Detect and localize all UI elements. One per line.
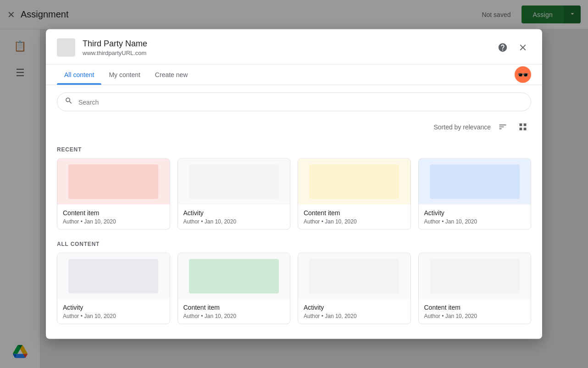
card-5-info: Activity Author • Jan 10, 2020 [57,299,170,324]
card-8-thumbnail [419,253,531,299]
card-4-thumbnail [419,159,531,205]
card-1-meta: Author • Jan 10, 2020 [63,218,164,225]
search-bar [57,93,531,112]
card-1-title: Content item [63,209,164,217]
sort-icon-button[interactable] [494,119,511,135]
modal-body: RECENT Content item Author • Jan 10, 202… [46,139,542,339]
card-5-title: Activity [63,304,164,311]
modal-logo [57,39,75,57]
sort-bar: Sorted by relevance [46,119,542,139]
card-2-thumbnail-inner [189,164,279,199]
tab-create-new[interactable]: Create new [148,65,195,85]
all-content-section-label: ALL CONTENT [57,234,531,253]
card-1-thumbnail [57,159,170,205]
card-8-meta: Author • Jan 10, 2020 [424,313,526,319]
card-7[interactable]: Activity Author • Jan 10, 2020 [298,253,411,324]
card-6-info: Content item Author • Jan 10, 2020 [178,299,290,324]
recent-cards-grid: Content item Author • Jan 10, 2020 Activ… [57,158,531,230]
card-5[interactable]: Activity Author • Jan 10, 2020 [57,253,170,324]
modal-title-group: Third Party Name www.thirdpartyURL.com [83,39,494,56]
recent-section-label: RECENT [57,139,531,158]
user-avatar[interactable]: 🕶️ [515,67,531,83]
card-2-title: Activity [183,209,285,217]
modal-tabs: All content My content Create new 🕶️ [46,65,542,85]
card-6-thumbnail-inner [189,259,279,293]
card-3-meta: Author • Jan 10, 2020 [304,218,405,225]
card-5-thumbnail [57,253,170,299]
sort-label: Sorted by relevance [57,123,491,131]
card-3-thumbnail [298,159,410,205]
card-7-meta: Author • Jan 10, 2020 [304,313,405,319]
card-3[interactable]: Content item Author • Jan 10, 2020 [298,158,411,230]
modal-header-actions [494,39,531,56]
card-7-info: Activity Author • Jan 10, 2020 [298,299,410,324]
search-icon [65,97,73,107]
card-8[interactable]: Content item Author • Jan 10, 2020 [418,253,532,324]
list-view-icon-button[interactable] [515,119,531,135]
modal-title: Third Party Name [83,39,494,49]
card-2-thumbnail [178,159,290,205]
search-input[interactable] [78,98,523,106]
modal-header: Third Party Name www.thirdpartyURL.com [46,29,542,65]
card-4-title: Activity [424,209,526,217]
all-content-section: ALL CONTENT Activity Author • Jan 10, 20… [57,234,531,324]
modal-search-area [46,85,542,119]
card-3-thumbnail-inner [309,164,399,199]
card-4-meta: Author • Jan 10, 2020 [424,218,526,225]
card-4-thumbnail-inner [430,164,520,199]
card-1[interactable]: Content item Author • Jan 10, 2020 [57,158,170,230]
card-1-info: Content item Author • Jan 10, 2020 [57,205,170,229]
card-1-thumbnail-inner [68,164,158,199]
card-2-meta: Author • Jan 10, 2020 [183,218,285,225]
help-icon[interactable] [494,39,511,56]
card-7-thumbnail [298,253,410,299]
third-party-modal: Third Party Name www.thirdpartyURL.com A… [46,29,542,339]
card-5-meta: Author • Jan 10, 2020 [63,313,164,319]
card-3-info: Content item Author • Jan 10, 2020 [298,205,410,229]
card-2-info: Activity Author • Jan 10, 2020 [178,205,290,229]
card-5-thumbnail-inner [68,259,158,293]
card-8-info: Content item Author • Jan 10, 2020 [419,299,531,324]
card-6-thumbnail [178,253,290,299]
modal-close-icon[interactable] [515,39,531,56]
tab-my-content[interactable]: My content [101,65,147,85]
card-7-title: Activity [304,304,405,311]
card-4-info: Activity Author • Jan 10, 2020 [419,205,531,229]
card-7-thumbnail-inner [309,259,399,293]
card-6[interactable]: Content item Author • Jan 10, 2020 [178,253,291,324]
card-6-meta: Author • Jan 10, 2020 [183,313,285,319]
all-content-cards-grid: Activity Author • Jan 10, 2020 Content i… [57,253,531,324]
tab-all-content[interactable]: All content [57,65,101,85]
card-2[interactable]: Activity Author • Jan 10, 2020 [178,158,291,230]
modal-url: www.thirdpartyURL.com [83,50,494,56]
card-3-title: Content item [304,209,405,217]
card-8-thumbnail-inner [430,259,520,293]
card-6-title: Content item [183,304,285,311]
recent-section: RECENT Content item Author • Jan 10, 202… [57,139,531,230]
card-8-title: Content item [424,304,526,311]
card-4[interactable]: Activity Author • Jan 10, 2020 [418,158,532,230]
